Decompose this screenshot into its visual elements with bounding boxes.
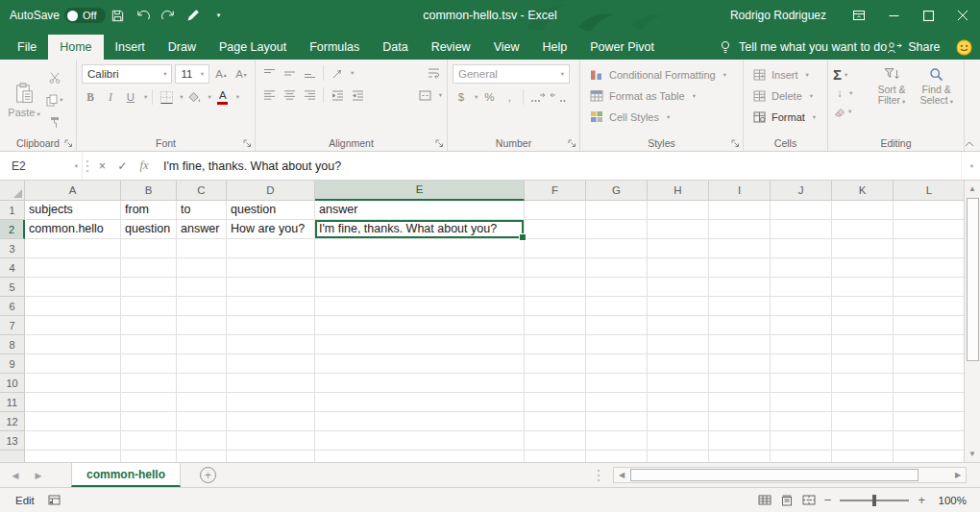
column-header-E[interactable]: E bbox=[315, 181, 525, 201]
sheet-nav-left-icon[interactable]: ◀ bbox=[4, 471, 27, 480]
macro-record-button[interactable] bbox=[48, 495, 61, 505]
tab-data[interactable]: Data bbox=[371, 35, 419, 60]
cell-L12[interactable] bbox=[894, 412, 966, 431]
ribbon-display-options-button[interactable] bbox=[842, 0, 876, 31]
cell-J8[interactable] bbox=[771, 335, 832, 354]
column-header-L[interactable]: L bbox=[894, 181, 966, 201]
name-box[interactable]: E2 ▾ bbox=[0, 152, 83, 180]
cell-C2[interactable]: answer bbox=[177, 220, 227, 239]
cell-A5[interactable] bbox=[25, 278, 121, 297]
cell-C4[interactable] bbox=[177, 258, 227, 278]
sheet-tab-common-hello[interactable]: common-hello bbox=[71, 463, 181, 487]
cell-L5[interactable] bbox=[894, 278, 966, 297]
tab-help[interactable]: Help bbox=[531, 35, 579, 60]
format-as-table-button[interactable]: Format as Table▾ bbox=[585, 85, 738, 106]
formula-bar-splitter[interactable] bbox=[83, 152, 92, 180]
cell-C10[interactable] bbox=[177, 374, 227, 393]
cell-G6[interactable] bbox=[586, 297, 648, 316]
autosave-toggle[interactable]: AutoSave Off bbox=[10, 8, 106, 23]
cell-I3[interactable] bbox=[709, 239, 771, 258]
cell-C7[interactable] bbox=[177, 316, 227, 335]
cell-H6[interactable] bbox=[648, 297, 709, 316]
share-button[interactable]: Share bbox=[887, 40, 940, 54]
cell-J2[interactable] bbox=[771, 220, 832, 239]
cell-I1[interactable] bbox=[709, 201, 771, 220]
column-header-I[interactable]: I bbox=[709, 181, 771, 201]
cell-I12[interactable] bbox=[709, 412, 771, 431]
cell-G4[interactable] bbox=[586, 258, 648, 278]
copy-button[interactable]: ▾ bbox=[46, 91, 63, 109]
cell-J5[interactable] bbox=[771, 278, 832, 297]
cell-A2[interactable]: common.hello bbox=[25, 220, 121, 239]
decrease-decimal-button[interactable] bbox=[549, 88, 566, 106]
cell-G11[interactable] bbox=[586, 393, 648, 412]
cell-C5[interactable] bbox=[177, 278, 227, 297]
cell-C6[interactable] bbox=[177, 297, 227, 316]
cell-B7[interactable] bbox=[121, 316, 177, 335]
underline-button[interactable]: U bbox=[122, 88, 139, 106]
cell-G7[interactable] bbox=[586, 316, 648, 335]
row-header-5[interactable]: 5 bbox=[0, 278, 25, 297]
increase-indent-button[interactable] bbox=[349, 86, 366, 104]
cell-H8[interactable] bbox=[648, 335, 709, 354]
redo-button[interactable] bbox=[156, 0, 181, 31]
cell-D13[interactable] bbox=[227, 431, 315, 451]
cell-H13[interactable] bbox=[648, 431, 709, 451]
cancel-entry-button[interactable]: × bbox=[92, 152, 112, 180]
align-bottom-button[interactable] bbox=[301, 64, 318, 82]
font-dialog-launcher[interactable] bbox=[243, 139, 252, 148]
delete-cells-button[interactable]: Delete▾ bbox=[748, 85, 822, 106]
sort-filter-button[interactable]: Sort &Filter▾ bbox=[870, 64, 915, 134]
cell-A7[interactable] bbox=[25, 316, 121, 335]
cell-L3[interactable] bbox=[894, 239, 966, 258]
cell-F1[interactable] bbox=[525, 201, 586, 220]
scroll-down-icon[interactable]: ▼ bbox=[965, 446, 980, 462]
column-header-B[interactable]: B bbox=[121, 181, 177, 201]
cell-E6[interactable] bbox=[315, 297, 525, 316]
horizontal-scroll-thumb[interactable] bbox=[630, 469, 919, 481]
cell-I4[interactable] bbox=[709, 258, 771, 278]
cell-A4[interactable] bbox=[25, 258, 121, 278]
sheet-nav-right-icon[interactable]: ▶ bbox=[27, 471, 50, 480]
cell-L7[interactable] bbox=[894, 316, 966, 335]
cell-B8[interactable] bbox=[121, 335, 177, 354]
cell-K5[interactable] bbox=[832, 278, 894, 297]
cell-I7[interactable] bbox=[709, 316, 771, 335]
italic-button[interactable]: I bbox=[102, 88, 119, 106]
paste-button[interactable]: Paste▾ bbox=[5, 64, 43, 134]
cell-C1[interactable]: to bbox=[177, 201, 227, 220]
cell-D10[interactable] bbox=[227, 374, 315, 393]
increase-decimal-button[interactable] bbox=[528, 88, 546, 106]
column-header-K[interactable]: K bbox=[832, 181, 894, 201]
merge-center-button[interactable] bbox=[417, 86, 434, 104]
cell-H1[interactable] bbox=[648, 201, 709, 220]
tab-formulas[interactable]: Formulas bbox=[298, 35, 371, 60]
cell-K1[interactable] bbox=[832, 201, 894, 220]
row-header-8[interactable]: 8 bbox=[0, 335, 25, 354]
cell-I8[interactable] bbox=[709, 335, 771, 354]
cell-G8[interactable] bbox=[586, 335, 648, 354]
cell-F5[interactable] bbox=[525, 278, 586, 297]
vertical-scrollbar[interactable]: ▲ ▼ bbox=[964, 181, 980, 462]
cell-F13[interactable] bbox=[525, 431, 586, 451]
cell-H10[interactable] bbox=[648, 374, 709, 393]
cell-E3[interactable] bbox=[315, 239, 525, 258]
format-cells-button[interactable]: Format▾ bbox=[748, 107, 822, 127]
cell-E8[interactable] bbox=[315, 335, 525, 354]
cell-H11[interactable] bbox=[648, 393, 709, 412]
autosum-button[interactable]: Σ▾ bbox=[833, 65, 870, 84]
alignment-dialog-launcher[interactable] bbox=[435, 139, 444, 148]
orientation-button[interactable] bbox=[329, 64, 346, 82]
cell-E7[interactable] bbox=[315, 316, 525, 335]
cell-F12[interactable] bbox=[525, 412, 586, 431]
column-header-D[interactable]: D bbox=[227, 181, 315, 201]
maximize-button[interactable] bbox=[911, 0, 945, 31]
cell-E13[interactable] bbox=[315, 431, 525, 451]
cell-C9[interactable] bbox=[177, 354, 227, 374]
cell-F7[interactable] bbox=[525, 316, 586, 335]
cell-D7[interactable] bbox=[227, 316, 315, 335]
wrap-text-button[interactable] bbox=[425, 64, 442, 82]
cell-G3[interactable] bbox=[586, 239, 648, 258]
align-left-button[interactable] bbox=[260, 86, 278, 104]
row-header-6[interactable]: 6 bbox=[0, 297, 25, 316]
